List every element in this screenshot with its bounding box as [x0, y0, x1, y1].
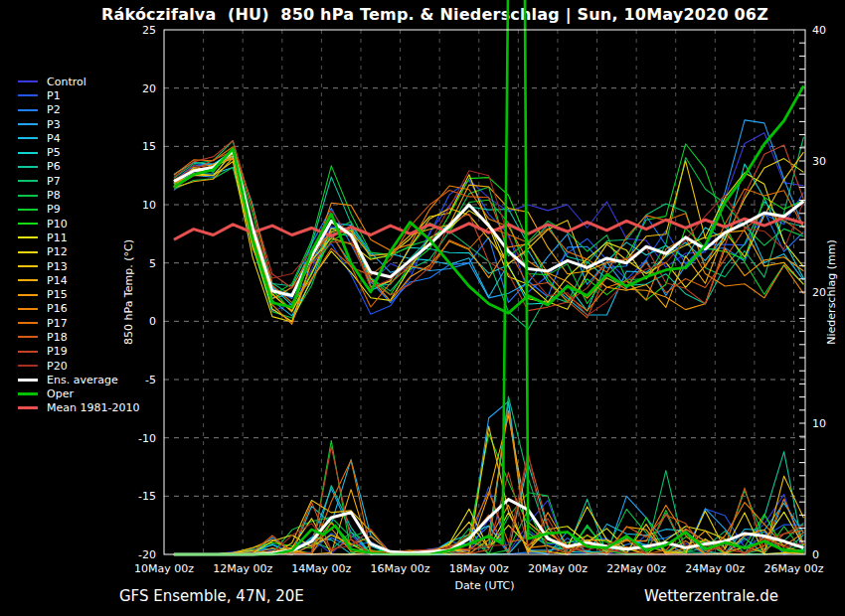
- left-axis-tick-label: -15: [138, 490, 156, 503]
- right-axis-ticks: [799, 43, 805, 541]
- x-axis-tick-label: 20May 00z: [528, 562, 588, 575]
- left-axis-tick-label: 15: [142, 140, 156, 153]
- left-axis-tick-label: 10: [142, 199, 156, 212]
- x-axis-tick-label: 26May 00z: [764, 562, 824, 575]
- right-axis-tick-label: 0: [812, 548, 819, 561]
- source-label: Wetterzentrale.de: [644, 587, 778, 605]
- x-axis-tick-label: 16May 00z: [371, 562, 430, 575]
- left-axis-tick-label: -20: [138, 548, 156, 561]
- left-axis-tick-label: 5: [149, 257, 156, 270]
- meteogram-app: { "title": "Rákóczifalva (HU) 850 hPa Te…: [0, 0, 845, 616]
- x-axis-tick-label: 10May 00z: [134, 562, 194, 575]
- right-axis-title: Niederschlag (mm): [825, 239, 838, 344]
- left-axis-tick-label: 25: [142, 24, 156, 37]
- left-axis-tick-label: 20: [142, 82, 156, 95]
- right-axis-tick-label: 20: [812, 286, 826, 299]
- right-axis-tick-label: 10: [812, 417, 826, 430]
- x-axis-tick-label: 12May 00z: [213, 562, 272, 575]
- left-axis-tick-label: -10: [138, 432, 156, 445]
- ensemble-members-precip: [174, 396, 804, 554]
- left-axis-tick-label: 0: [149, 315, 156, 328]
- x-axis-tick-label: 18May 00z: [449, 562, 509, 575]
- x-axis-tick-label: 24May 00z: [685, 562, 745, 575]
- right-axis-tick-label: 40: [812, 24, 826, 37]
- meteogram-plot: 2520151050-5-10-15-2001020304010May 00z1…: [0, 0, 845, 616]
- model-run-label: GFS Ensemble, 47N, 20E: [119, 587, 304, 605]
- x-axis-tick-label: 22May 00z: [606, 562, 666, 575]
- x-axis-tick-label: 14May 00z: [291, 562, 351, 575]
- x-axis-title: Date (UTC): [454, 579, 514, 592]
- left-axis-tick-label: -5: [145, 374, 156, 386]
- right-axis-tick-label: 30: [812, 155, 826, 168]
- left-axis-title: 850 hPa Temp. (°C): [122, 239, 135, 345]
